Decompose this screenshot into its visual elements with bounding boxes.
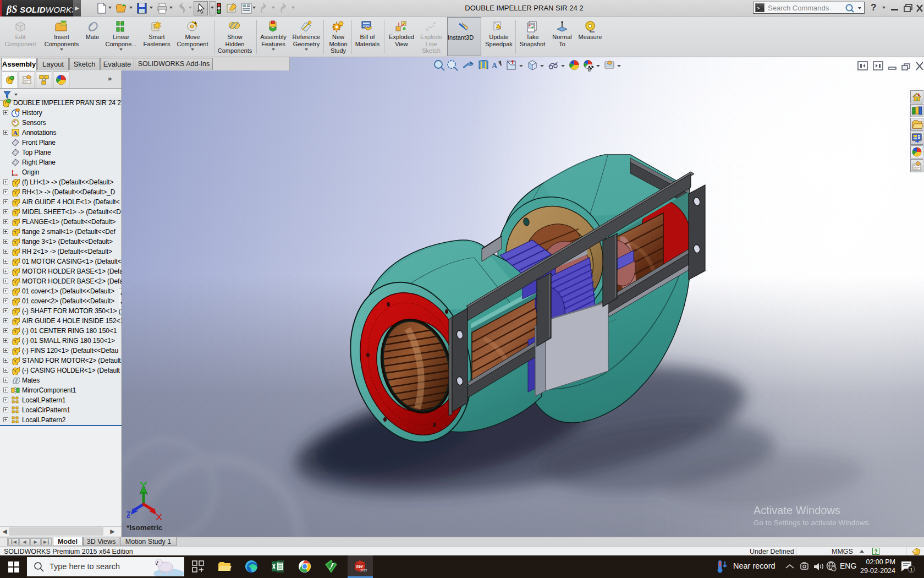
svg-text:!: ! xyxy=(499,25,501,30)
svg-text:2015: 2015 xyxy=(360,569,367,572)
svg-text:A: A xyxy=(492,62,498,70)
svg-text:1: 1 xyxy=(910,567,913,572)
